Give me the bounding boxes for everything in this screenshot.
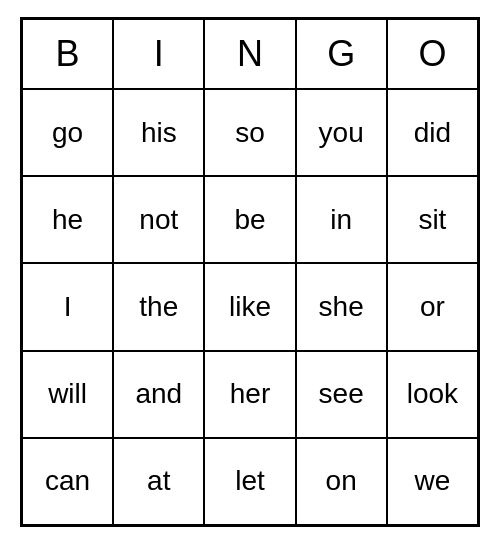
cell-r3c3: like	[204, 263, 295, 350]
cell-r4c4: see	[296, 351, 387, 438]
cell-r3c2: the	[113, 263, 204, 350]
cell-r4c2: and	[113, 351, 204, 438]
cell-r3c1: I	[22, 263, 113, 350]
cell-r2c2: not	[113, 176, 204, 263]
header-n: N	[204, 19, 295, 89]
cell-r4c1: will	[22, 351, 113, 438]
cell-r3c4: she	[296, 263, 387, 350]
cell-r2c4: in	[296, 176, 387, 263]
header-g: G	[296, 19, 387, 89]
cell-r5c4: on	[296, 438, 387, 525]
cell-r1c3: so	[204, 89, 295, 176]
bingo-card: B I N G O go his so you did he not be in…	[20, 17, 480, 527]
cell-r4c5: look	[387, 351, 478, 438]
cell-r1c5: did	[387, 89, 478, 176]
header-o: O	[387, 19, 478, 89]
cell-r1c4: you	[296, 89, 387, 176]
cell-r5c2: at	[113, 438, 204, 525]
cell-r2c3: be	[204, 176, 295, 263]
cell-r5c5: we	[387, 438, 478, 525]
header-b: B	[22, 19, 113, 89]
cell-r1c1: go	[22, 89, 113, 176]
cell-r1c2: his	[113, 89, 204, 176]
header-i: I	[113, 19, 204, 89]
cell-r2c1: he	[22, 176, 113, 263]
cell-r5c3: let	[204, 438, 295, 525]
cell-r5c1: can	[22, 438, 113, 525]
cell-r3c5: or	[387, 263, 478, 350]
cell-r4c3: her	[204, 351, 295, 438]
cell-r2c5: sit	[387, 176, 478, 263]
